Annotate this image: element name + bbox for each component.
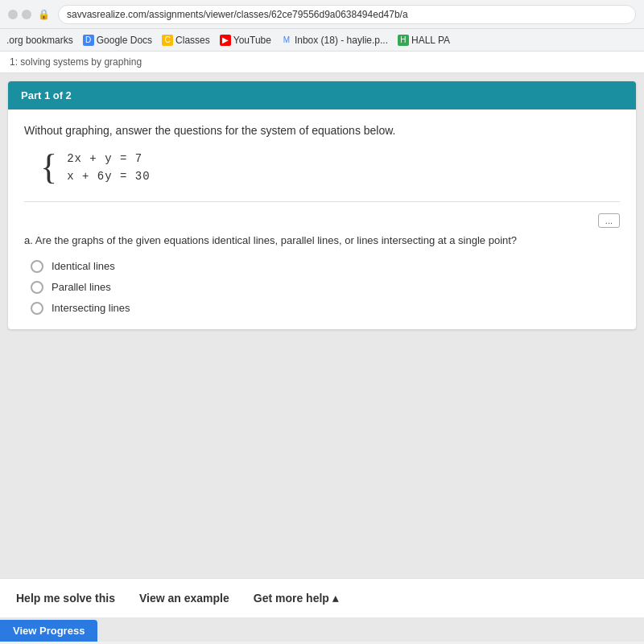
- google-docs-icon: D: [83, 35, 94, 46]
- content-area: Part 1 of 2 Without graphing, answer the…: [0, 73, 644, 642]
- equation-block: { 2x + y = 7 x + 6y = 30: [40, 150, 620, 185]
- radio-circle-intersecting[interactable]: [31, 302, 43, 315]
- breadcrumb: 1: solving systems by graphing: [0, 52, 644, 73]
- radio-circle-identical[interactable]: [31, 260, 43, 273]
- bookmark-google-docs[interactable]: D Google Docs: [83, 35, 152, 46]
- help-bar: Help me solve this View an example Get m…: [0, 578, 644, 617]
- hall-icon: H: [398, 35, 409, 46]
- bookmark-inbox[interactable]: M Inbox (18) - haylie.p...: [281, 35, 388, 46]
- radio-group: Identical lines Parallel lines Intersect…: [31, 260, 620, 315]
- more-btn-row: ...: [24, 213, 620, 228]
- divider: [24, 201, 620, 202]
- view-example-link[interactable]: View an example: [139, 592, 229, 605]
- instruction-text: Without graphing, answer the questions f…: [24, 124, 620, 137]
- bookmark-hall[interactable]: H HALL PA: [398, 35, 450, 46]
- browser-btn-2: [22, 10, 31, 19]
- equations: 2x + y = 7 x + 6y = 30: [67, 152, 150, 183]
- question-card: Part 1 of 2 Without graphing, answer the…: [8, 81, 636, 329]
- radio-circle-parallel[interactable]: [31, 281, 43, 294]
- radio-option-parallel[interactable]: Parallel lines: [31, 281, 620, 294]
- browser-bar: 🔒 savvasrealize.com/assignments/viewer/c…: [0, 0, 644, 29]
- radio-label-identical: Identical lines: [52, 260, 115, 272]
- bookmark-youtube-label: YouTube: [233, 35, 271, 46]
- classes-icon: C: [162, 35, 173, 46]
- card-header: Part 1 of 2: [8, 81, 636, 109]
- bookmark-youtube[interactable]: ▶ YouTube: [220, 35, 271, 46]
- card-body: Without graphing, answer the questions f…: [8, 109, 636, 329]
- youtube-icon: ▶: [220, 35, 231, 46]
- equation-1: 2x + y = 7: [67, 152, 150, 165]
- inbox-icon: M: [281, 35, 292, 46]
- bookmark-classes-label: Classes: [175, 35, 210, 46]
- lock-icon: 🔒: [38, 9, 50, 20]
- url-bar[interactable]: savvasrealize.com/assignments/viewer/cla…: [58, 5, 636, 24]
- bookmark-inbox-label: Inbox (18) - haylie.p...: [295, 35, 388, 46]
- bookmarks-bar: .org bookmarks D Google Docs C Classes ▶…: [0, 29, 644, 52]
- browser-btn-1: [8, 10, 18, 19]
- get-more-help-link[interactable]: Get more help ▴: [254, 592, 338, 605]
- more-options-button[interactable]: ...: [598, 213, 620, 228]
- part-label: Part 1 of 2: [21, 89, 72, 101]
- bookmark-classes[interactable]: C Classes: [162, 35, 210, 46]
- equation-2: x + 6y = 30: [67, 170, 150, 183]
- bookmark-org-label: .org bookmarks: [6, 35, 73, 46]
- brace-symbol: {: [40, 150, 57, 185]
- radio-label-intersecting: Intersecting lines: [52, 302, 130, 314]
- bookmark-hall-label: HALL PA: [411, 35, 450, 46]
- browser-controls: [8, 10, 31, 19]
- bookmark-google-docs-label: Google Docs: [97, 35, 152, 46]
- url-text: savvasrealize.com/assignments/viewer/cla…: [67, 9, 408, 20]
- breadcrumb-text: 1: solving systems by graphing: [10, 56, 142, 68]
- radio-label-parallel: Parallel lines: [52, 281, 111, 293]
- help-me-solve-link[interactable]: Help me solve this: [16, 592, 115, 605]
- radio-option-intersecting[interactable]: Intersecting lines: [31, 302, 620, 315]
- bookmark-org[interactable]: .org bookmarks: [6, 35, 73, 46]
- view-progress-button[interactable]: View Progress: [0, 620, 97, 642]
- radio-option-identical[interactable]: Identical lines: [31, 260, 620, 273]
- question-a-label: a. Are the graphs of the given equations…: [24, 233, 620, 249]
